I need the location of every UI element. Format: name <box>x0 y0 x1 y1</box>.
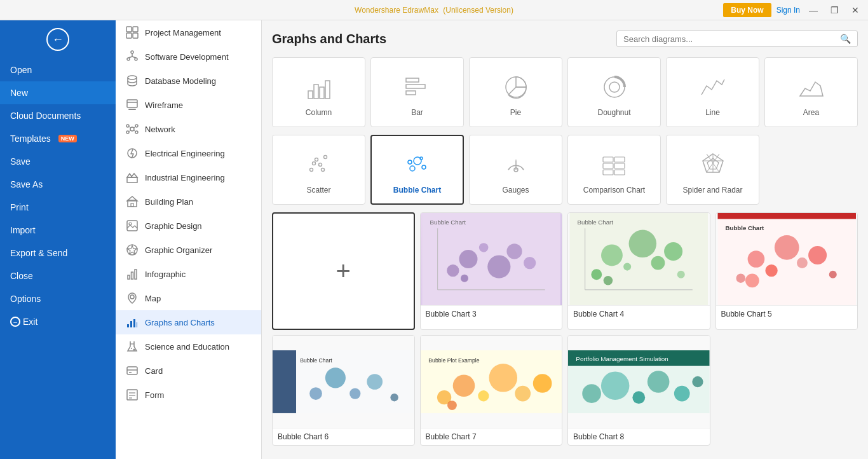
chart-type-spider[interactable]: Spider and Radar <box>666 135 759 205</box>
buy-now-button[interactable]: Buy Now <box>723 3 771 17</box>
sidebar-item-open[interactable]: Open <box>0 58 116 81</box>
templates-grid: + Bubble Chart <box>272 212 858 330</box>
chart-type-column[interactable]: Column <box>272 57 365 127</box>
column-label: Column <box>306 108 332 117</box>
main-header: Graphs and Charts 🔍 <box>272 31 858 47</box>
bubble5-svg: Bubble Chart <box>716 213 858 305</box>
sidebar-item-options[interactable]: Options <box>0 287 116 310</box>
close-button[interactable]: ✕ <box>848 4 863 17</box>
category-industrial[interactable]: Industrial Engineering <box>116 165 261 189</box>
template-bubble3-name: Bubble Chart 3 <box>421 305 562 322</box>
left-sidebar: ← Open New Cloud Documents Templates NEW… <box>0 20 116 459</box>
search-input[interactable] <box>623 34 840 44</box>
category-map[interactable]: Map <box>116 286 261 310</box>
category-network[interactable]: Network <box>116 117 261 141</box>
chart-type-bar[interactable]: Bar <box>370 57 464 127</box>
export-label: Export & Send <box>10 248 67 258</box>
svg-point-136 <box>478 390 489 401</box>
sidebar-item-export[interactable]: Export & Send <box>0 242 116 264</box>
print-label: Print <box>10 202 29 212</box>
close-label: Close <box>10 271 33 281</box>
category-building[interactable]: Building Plan <box>116 189 261 214</box>
sidebar-item-saveas[interactable]: Save As <box>0 173 116 196</box>
category-wireframe[interactable]: Wireframe <box>116 93 261 117</box>
chart-type-line[interactable]: Line <box>666 57 759 127</box>
science-label: Science and Education <box>145 342 229 352</box>
sidebar-item-new[interactable]: New <box>0 81 116 104</box>
sign-in-link[interactable]: Sign In <box>776 6 800 15</box>
organizer-icon <box>126 243 139 256</box>
category-science[interactable]: Science and Education <box>116 334 261 359</box>
svg-point-128 <box>325 367 346 388</box>
template-bubble3[interactable]: Bubble Chart Bubble Chart 3 <box>420 212 563 330</box>
svg-point-110 <box>664 242 682 261</box>
chart-type-scatter[interactable]: Scatter <box>272 135 365 205</box>
chart-type-bubble[interactable]: Bubble Chart <box>370 135 464 205</box>
template-bubble6[interactable]: Bubble Chart Bubble Chart 6 <box>272 335 415 446</box>
template-bubble4[interactable]: Bubble Chart Bubble Chart 4 <box>567 212 710 330</box>
svg-point-44 <box>133 349 135 351</box>
category-software[interactable]: Software Development <box>116 45 261 69</box>
back-button[interactable]: ← <box>0 20 116 58</box>
template-bubble8[interactable]: Portfolio Management Simulation Bubble C… <box>567 335 710 446</box>
bubble7-svg: Bubble Plot Example <box>421 336 562 428</box>
card-icon <box>126 364 139 377</box>
template-bubble7[interactable]: Bubble Plot Example Bubble Chart 7 <box>420 335 563 446</box>
sidebar-item-close[interactable]: Close <box>0 264 116 287</box>
search-icon[interactable]: 🔍 <box>840 34 851 44</box>
chart-type-doughnut[interactable]: Doughnut <box>567 57 661 127</box>
svg-rect-78 <box>603 157 613 162</box>
svg-text:Bubble Chart: Bubble Chart <box>430 219 466 226</box>
category-project[interactable]: Project Management <box>116 20 261 45</box>
bubble4-svg: Bubble Chart <box>568 213 710 305</box>
svg-rect-57 <box>406 85 425 88</box>
svg-point-63 <box>315 158 318 161</box>
category-sidebar: Project Management Software Development … <box>116 20 262 459</box>
svg-point-130 <box>367 374 383 390</box>
category-database[interactable]: Database Modeling <box>116 69 261 93</box>
chart-type-comparison[interactable]: Comparison Chart <box>567 135 661 205</box>
doughnut-label: Doughnut <box>597 108 630 117</box>
exit-circle-icon: – <box>10 317 20 327</box>
line-chart-icon <box>697 71 729 103</box>
area-label: Area <box>803 108 819 117</box>
template-bubble5[interactable]: Bubble Chart Bubble Chart 5 <box>715 212 858 330</box>
svg-point-10 <box>128 76 137 79</box>
svg-point-37 <box>130 295 134 299</box>
svg-rect-81 <box>614 157 625 162</box>
svg-point-123 <box>745 273 759 287</box>
category-graphs[interactable]: Graphs and Charts <box>116 310 261 334</box>
templates-grid-2: Bubble Chart Bubble Chart 6 Bubble Plot <box>272 335 858 446</box>
category-graphic[interactable]: Graphic Design <box>116 214 261 238</box>
chart-type-area[interactable]: Area <box>764 57 858 127</box>
sidebar-item-templates[interactable]: Templates NEW <box>0 127 116 150</box>
svg-point-144 <box>582 384 601 403</box>
svg-rect-80 <box>603 170 613 175</box>
sidebar-item-import[interactable]: Import <box>0 219 116 242</box>
maximize-button[interactable]: ❐ <box>827 4 843 17</box>
new-template-card[interactable]: + <box>272 212 415 330</box>
svg-rect-54 <box>320 87 324 99</box>
template-bubble8-name: Bubble Chart 8 <box>568 428 710 445</box>
scatter-chart-icon <box>303 149 335 181</box>
card-label: Card <box>145 366 163 376</box>
chart-type-pie[interactable]: Pie <box>469 57 562 127</box>
chart-type-gauges[interactable]: Gauges <box>469 135 562 205</box>
category-organizer[interactable]: Graphic Organizer <box>116 238 261 262</box>
svg-point-72 <box>420 157 423 160</box>
category-form[interactable]: Form <box>116 383 261 407</box>
svg-point-61 <box>609 82 620 92</box>
svg-point-147 <box>648 371 670 393</box>
sidebar-item-print[interactable]: Print <box>0 196 116 219</box>
back-circle-icon: ← <box>46 28 69 51</box>
sidebar-item-save[interactable]: Save <box>0 150 116 173</box>
svg-point-116 <box>736 273 745 283</box>
category-electrical[interactable]: Electrical Engineering <box>116 141 261 165</box>
minimize-button[interactable]: — <box>805 4 822 17</box>
category-infographic[interactable]: Infographic <box>116 262 261 286</box>
sidebar-item-cloud[interactable]: Cloud Documents <box>0 104 116 127</box>
category-card[interactable]: Card <box>116 359 261 383</box>
svg-point-70 <box>422 165 426 169</box>
sidebar-item-exit[interactable]: – Exit <box>0 310 116 333</box>
gauges-chart-icon <box>500 149 532 181</box>
